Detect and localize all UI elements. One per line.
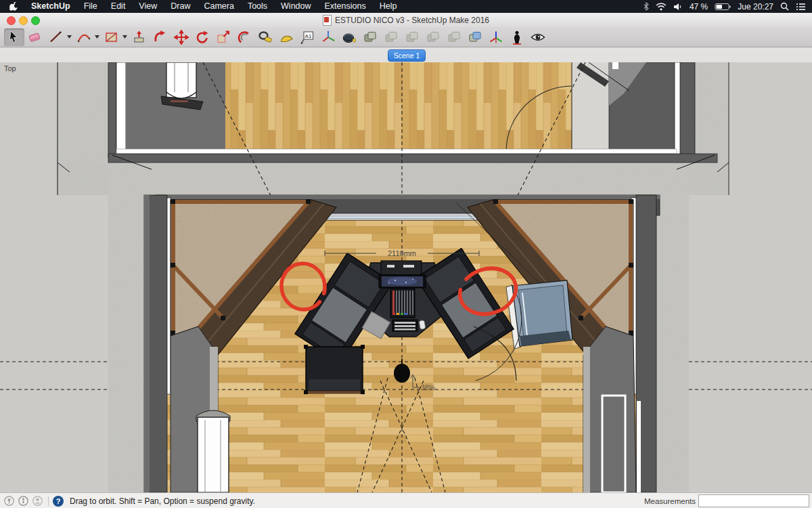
protractor-tool[interactable] xyxy=(276,28,296,46)
line-tool-dropdown[interactable] xyxy=(67,28,72,46)
menubar-clock[interactable]: Jue 20:27 xyxy=(738,2,773,12)
arc-tool[interactable] xyxy=(74,28,94,46)
upper-room xyxy=(108,62,717,169)
model-canvas[interactable]: 2110mm 38% xyxy=(0,62,812,492)
bluetooth-icon[interactable] xyxy=(644,2,649,11)
text-tool[interactable]: A1 xyxy=(297,28,317,46)
window-title: ESTUDIO NICO v3 - SketchUp Make 2016 xyxy=(335,16,489,25)
sign-in-avatar-icon[interactable] xyxy=(32,496,43,506)
menu-edit[interactable]: Edit xyxy=(104,0,133,13)
document-icon xyxy=(323,15,332,26)
wifi-icon[interactable] xyxy=(656,3,667,11)
menu-view[interactable]: View xyxy=(132,0,164,13)
laptop xyxy=(379,275,426,288)
geolocation-icon[interactable] xyxy=(4,496,14,506)
studio-door-right xyxy=(602,396,625,492)
menu-sketchup[interactable]: SketchUp xyxy=(24,0,77,13)
model-viewport[interactable]: Top xyxy=(0,62,812,492)
view-name-label: Top xyxy=(4,64,16,72)
svg-text:A1: A1 xyxy=(305,33,312,39)
menubar-menus: SketchUpFileEditViewDrawCameraToolsWindo… xyxy=(0,0,403,13)
make-component-button[interactable] xyxy=(360,28,380,46)
menu-camera[interactable]: Camera xyxy=(197,0,240,13)
menu-extensions[interactable]: Extensions xyxy=(318,0,373,13)
menubar-status: 47 % Jue 20:27 xyxy=(644,2,812,12)
listener-head xyxy=(394,364,410,383)
axes-tool[interactable] xyxy=(318,28,338,46)
measurements-input[interactable] xyxy=(698,494,809,507)
battery-icon[interactable] xyxy=(715,3,731,11)
pushpull-tool[interactable] xyxy=(129,28,150,46)
axes-display-button[interactable] xyxy=(486,28,506,46)
macos-menubar: SketchUpFileEditViewDrawCameraToolsWindo… xyxy=(0,0,812,13)
tool-palette: A1 xyxy=(0,27,812,47)
battery-percent: 47 % xyxy=(690,2,708,12)
select-tool[interactable] xyxy=(4,28,24,46)
dimension-label: 2110mm xyxy=(388,249,416,257)
followme-tool[interactable] xyxy=(150,28,171,46)
help-button[interactable]: ? xyxy=(53,496,64,507)
eraser-tool[interactable] xyxy=(25,28,45,46)
menu-help[interactable]: Help xyxy=(373,0,404,13)
studio-door-left xyxy=(198,417,229,492)
mixer xyxy=(390,289,415,318)
menu-draw[interactable]: Draw xyxy=(164,0,197,13)
measurements-label: Measurements xyxy=(644,497,696,505)
look-around-tool[interactable] xyxy=(528,28,548,46)
keyboard xyxy=(392,320,418,331)
component-button-blue[interactable] xyxy=(465,28,485,46)
claim-credit-icon[interactable] xyxy=(18,496,28,506)
sketchup-window: SketchUpFileEditViewDrawCameraToolsWindo… xyxy=(0,0,812,508)
tape-measure-tool[interactable] xyxy=(255,28,275,46)
component-button-5[interactable] xyxy=(444,28,464,46)
notification-center-icon[interactable] xyxy=(796,3,805,11)
line-tool[interactable] xyxy=(46,28,66,46)
scene-tab-bar: Scene 1 xyxy=(0,47,812,63)
status-hint: Drag to orbit. Shift = Pan, Option = sus… xyxy=(70,496,255,506)
upper-room-wood-floor xyxy=(225,62,572,149)
rotate-tool[interactable] xyxy=(192,28,212,46)
move-tool[interactable] xyxy=(171,28,191,46)
component-button-3[interactable] xyxy=(402,28,422,46)
walk-tool[interactable] xyxy=(507,28,527,46)
component-button-2[interactable] xyxy=(381,28,401,46)
rectangle-tool-dropdown[interactable] xyxy=(122,28,128,46)
status-bar: ? Drag to orbit. Shift = Pan, Option = s… xyxy=(0,492,812,508)
subwoofer xyxy=(304,345,365,394)
menu-window[interactable]: Window xyxy=(274,0,317,13)
desk-shelf xyxy=(381,261,422,275)
volume-icon[interactable] xyxy=(673,3,683,11)
apple-icon xyxy=(9,2,18,12)
statusbar-divider xyxy=(48,496,49,506)
rectangle-tool[interactable] xyxy=(102,28,122,46)
scale-tool[interactable] xyxy=(213,28,233,46)
window-titlebar: ESTUDIO NICO v3 - SketchUp Make 2016 xyxy=(0,13,812,28)
menu-file[interactable]: File xyxy=(77,0,104,13)
percent-label: 38% xyxy=(421,383,435,391)
arc-tool-dropdown[interactable] xyxy=(95,28,100,46)
scene-tab-1[interactable]: Scene 1 xyxy=(388,49,426,62)
paint-bucket-tool[interactable] xyxy=(339,28,359,46)
spotlight-icon[interactable] xyxy=(780,2,789,11)
offset-tool[interactable] xyxy=(234,28,254,46)
apple-menu[interactable] xyxy=(0,2,24,12)
menu-tools[interactable]: Tools xyxy=(241,0,274,13)
component-button-4[interactable] xyxy=(423,28,443,46)
